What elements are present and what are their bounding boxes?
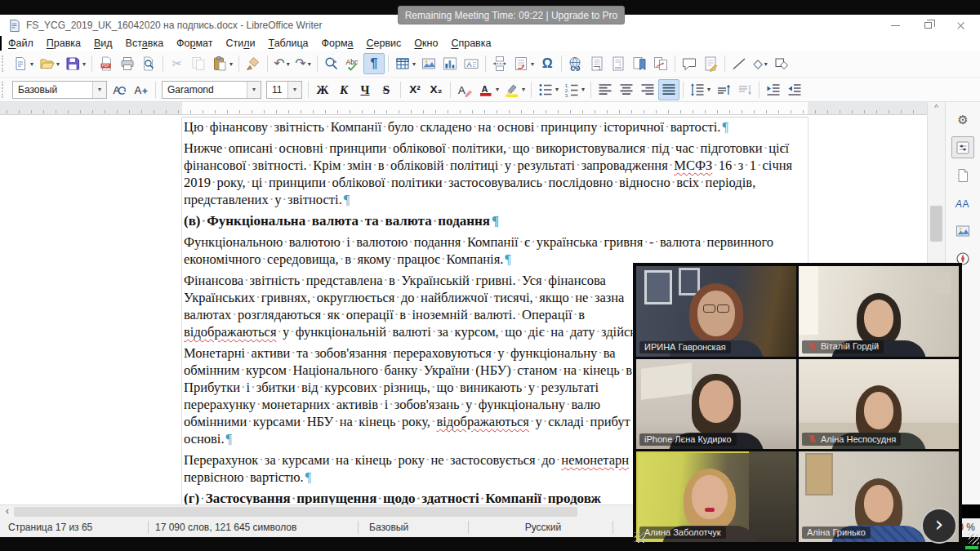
bold-button[interactable]: Ж xyxy=(312,79,333,100)
menu-bar: ФайлПравкаВидВставкаФорматСтилиТаблицаФо… xyxy=(2,36,980,51)
draw-functions-button[interactable] xyxy=(771,53,792,74)
subscript-button[interactable]: X₂ xyxy=(425,79,447,100)
menu-Вставка[interactable]: Вставка xyxy=(119,37,170,50)
line-spacing-button[interactable]: ▾ xyxy=(687,79,713,100)
bullet-list-button[interactable]: ▾ xyxy=(535,79,561,100)
superscript-button[interactable]: X² xyxy=(404,79,425,100)
insert-bookmark-button[interactable] xyxy=(629,53,650,74)
vertical-scrollbar-thumb[interactable] xyxy=(930,206,942,242)
overlay-resize-handle[interactable] xyxy=(635,532,645,543)
insert-footnote-button[interactable]: 1 xyxy=(586,53,608,74)
status-language[interactable]: Русский xyxy=(490,522,596,533)
highlight-color-button[interactable]: ▾ xyxy=(501,79,528,100)
new-document-icon xyxy=(12,56,29,72)
cross-reference-button[interactable] xyxy=(650,53,671,74)
sidebar-settings-button[interactable]: ⚙ xyxy=(951,109,974,131)
font-color-button[interactable]: A▾ xyxy=(475,79,501,100)
menu-Файл[interactable]: Файл xyxy=(2,37,40,50)
indent-increase-button[interactable] xyxy=(763,79,784,100)
meeting-time-banner[interactable]: Remaining Meeting Time: 09:22 | Upgrade … xyxy=(398,6,625,24)
participant-tile[interactable]: ИРИНА Гавронская xyxy=(636,266,796,357)
insert-endnote-button[interactable]: i xyxy=(608,53,629,74)
restore-button[interactable] xyxy=(911,15,944,36)
indent-decrease-button[interactable] xyxy=(784,79,805,100)
underline-button[interactable]: Ч xyxy=(354,79,376,100)
close-button[interactable] xyxy=(944,15,977,36)
insert-comment-button[interactable] xyxy=(679,53,700,74)
spelling-button[interactable]: Abc xyxy=(342,53,363,74)
page-break-button[interactable] xyxy=(489,53,510,74)
italic-button[interactable]: К xyxy=(333,79,354,100)
print-preview-button[interactable] xyxy=(138,53,159,74)
menu-Сервис[interactable]: Сервис xyxy=(360,37,408,50)
paragraph-style-select[interactable]: Базовый ▾ xyxy=(12,81,107,99)
page-panel-button[interactable] xyxy=(951,164,974,186)
new-style-button[interactable]: A xyxy=(131,79,152,100)
align-left-button[interactable] xyxy=(595,79,616,100)
insert-image-button[interactable] xyxy=(418,53,439,74)
insert-line-button[interactable] xyxy=(728,53,750,74)
new-document-button[interactable]: ▾ xyxy=(10,53,36,74)
horizontal-scrollbar-thumb[interactable] xyxy=(14,507,577,517)
redo-button[interactable]: ↷▾ xyxy=(292,53,314,74)
toolbar-grip[interactable] xyxy=(2,56,7,72)
print-button[interactable] xyxy=(117,53,138,74)
toolbar-grip[interactable] xyxy=(2,82,7,98)
paragraph-block: Нижче·описані·основні·принципи·облікової… xyxy=(184,140,813,208)
menu-Справка[interactable]: Справка xyxy=(444,37,497,50)
menu-Таблица[interactable]: Таблица xyxy=(262,37,315,50)
properties-panel-button[interactable] xyxy=(951,136,974,158)
svg-text:3.: 3. xyxy=(565,92,569,97)
para-space-increase-button[interactable] xyxy=(713,79,734,100)
open-button[interactable]: ▾ xyxy=(36,53,62,74)
toolbar-separator xyxy=(267,56,268,72)
track-changes-button[interactable] xyxy=(700,53,721,74)
basic-shapes-button[interactable]: ◇▾ xyxy=(750,53,771,74)
overlay-resize-handle[interactable] xyxy=(969,534,979,544)
status-word-count[interactable]: 17 090 слов, 121 645 символов xyxy=(155,522,296,533)
align-justify-button[interactable] xyxy=(658,79,679,100)
scroll-up-icon[interactable]: ^ xyxy=(928,103,945,113)
update-style-button[interactable]: A xyxy=(109,79,131,100)
character-dialog-button[interactable]: A xyxy=(454,79,475,100)
export-pdf-button[interactable]: PDF xyxy=(96,53,117,74)
silhouette-face xyxy=(699,380,733,423)
align-center-button[interactable] xyxy=(616,79,637,100)
styles-panel-button[interactable]: AA xyxy=(951,192,974,214)
status-page-style[interactable]: Базовый xyxy=(369,522,408,533)
status-page-number[interactable]: Страница 17 из 65 xyxy=(8,522,92,533)
close-icon xyxy=(956,21,965,30)
minimize-button[interactable] xyxy=(879,15,911,36)
font-name-select[interactable]: Garamond ▾ xyxy=(162,81,261,99)
find-replace-button[interactable]: a xyxy=(321,53,342,74)
clone-formatting-button[interactable] xyxy=(243,53,264,74)
align-right-button[interactable] xyxy=(637,79,658,100)
participant-tile[interactable]: Віталій Гордій xyxy=(799,266,959,357)
font-size-select[interactable]: 11 ▾ xyxy=(266,81,302,99)
menu-Стили[interactable]: Стили xyxy=(220,37,262,50)
insert-hyperlink-button[interactable] xyxy=(565,53,586,74)
next-participants-button[interactable]: › xyxy=(921,508,957,544)
save-button[interactable]: ▾ xyxy=(62,53,88,74)
participant-tile[interactable]: Алина Заболотчук xyxy=(636,451,796,542)
menu-Окно[interactable]: Окно xyxy=(408,37,444,50)
menu-Формат[interactable]: Формат xyxy=(170,37,219,50)
insert-chart-button[interactable] xyxy=(439,53,461,74)
participant-tile[interactable]: Аліна Неспосудня xyxy=(799,359,959,450)
scroll-left-icon[interactable]: ‹ xyxy=(2,505,13,518)
menu-Вид[interactable]: Вид xyxy=(87,37,119,50)
horizontal-ruler[interactable] xyxy=(0,102,927,115)
insert-table-button[interactable]: ▾ xyxy=(392,53,418,74)
insert-textbox-button[interactable]: A xyxy=(461,53,482,74)
numbered-list-button[interactable]: 1.2.3.▾ xyxy=(561,79,587,100)
paste-button[interactable]: ▾ xyxy=(209,53,235,74)
menu-Форма[interactable]: Форма xyxy=(315,37,360,50)
undo-button[interactable]: ↶▾ xyxy=(271,53,292,74)
insert-field-button[interactable]: ▾ xyxy=(510,53,537,74)
formatting-marks-button[interactable]: ¶ xyxy=(363,53,385,74)
gallery-panel-button[interactable] xyxy=(951,220,974,242)
participant-tile[interactable]: iPhone Лєна Кудирко xyxy=(636,359,796,450)
strikethrough-button[interactable]: S xyxy=(376,79,397,100)
special-character-button[interactable]: Ω xyxy=(537,53,558,74)
menu-Правка[interactable]: Правка xyxy=(40,37,87,50)
